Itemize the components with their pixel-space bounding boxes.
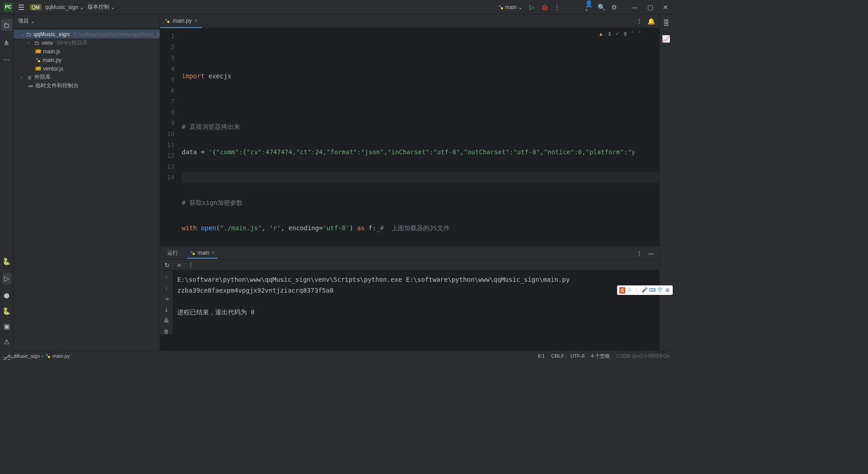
chevron-down-icon <box>518 4 523 10</box>
more-tools-icon[interactable]: ⋯ <box>3 55 10 63</box>
line-separator[interactable]: CRLF <box>551 353 564 359</box>
svg-rect-0 <box>499 5 501 7</box>
crumb-sep: › <box>42 353 43 359</box>
tab-mainpy[interactable]: main.py × <box>160 14 202 28</box>
stop-icon[interactable]: ■ <box>175 261 183 269</box>
print-icon[interactable]: 🖶 <box>164 318 169 324</box>
vcs-dropdown[interactable]: 版本控制 <box>88 3 115 11</box>
run-tab-main[interactable]: main × <box>187 248 217 259</box>
run-icon[interactable]: ▷ <box>528 4 535 11</box>
up-icon[interactable]: ↑ <box>165 274 168 280</box>
tree-item-hint: library根目录 <box>57 39 88 47</box>
line-number: 2 <box>160 42 182 52</box>
problems-icon[interactable]: ⚠ <box>4 338 9 346</box>
ime-punct-icon[interactable]: '. <box>634 287 640 293</box>
tree-venv[interactable]: › 🗀 venv library根目录 <box>14 38 160 47</box>
nav-up-icon[interactable]: ˄ <box>631 31 634 37</box>
ime-logo-icon: S <box>619 287 625 294</box>
git-icon[interactable]: ⎇ <box>3 353 10 361</box>
tree-item-label: venv <box>42 40 53 46</box>
nav-down-icon[interactable]: ˅ <box>638 31 641 37</box>
project-pane-title: 项目 <box>18 17 29 25</box>
run-config-dropdown[interactable]: main <box>498 4 523 10</box>
run-side-toolbar: ↑ ↓ ⇥ ⤓ 🖶 🗑 <box>160 270 173 335</box>
search-icon[interactable]: 🔍 <box>598 4 605 11</box>
tab-close-icon[interactable]: × <box>212 250 215 256</box>
structure-icon[interactable]: ⋔ <box>4 39 9 47</box>
settings-icon[interactable]: ⚙ <box>610 4 618 11</box>
project-tool-icon[interactable]: 🗀 <box>1 19 13 31</box>
close-icon[interactable]: ✕ <box>662 4 669 11</box>
tree-item-label: main.js <box>43 48 60 55</box>
rerun-icon[interactable]: ↻ <box>164 261 171 269</box>
tree-root-name: qqMusic_sign <box>33 31 70 38</box>
tree-root[interactable]: ⌄ 🗀 qqMusic_sign E:\software\python\www\… <box>14 30 160 38</box>
library-icon: ⫼ <box>27 74 33 81</box>
crumb-file[interactable]: main.py <box>52 353 70 359</box>
down-icon[interactable]: ↓ <box>165 285 168 291</box>
python-packages-icon[interactable]: 🐍 <box>2 257 11 265</box>
expand-arrow-icon[interactable]: › <box>21 75 25 80</box>
notifications-icon[interactable]: 🔔 <box>647 18 655 25</box>
chevron-down-icon <box>80 4 84 10</box>
ime-skin-icon[interactable]: 👕 <box>657 287 663 293</box>
database-icon[interactable]: 🗄 <box>663 19 670 27</box>
expand-arrow-icon[interactable]: › <box>28 41 33 45</box>
code-content[interactable]: import execjs # 直接浏览器拷出来 data = '{"comm"… <box>182 28 659 246</box>
ime-mic-icon[interactable]: 🎤 <box>642 287 647 293</box>
delete-icon[interactable]: 🗑 <box>164 328 169 335</box>
run-toolbar-more-icon[interactable]: ⋮ <box>187 261 194 269</box>
svg-rect-6 <box>191 251 193 253</box>
inspection-widget[interactable]: ▲3 ✓9 ˄ ˅ <box>599 31 641 37</box>
svg-rect-2 <box>36 58 38 60</box>
indent-setting[interactable]: 4 个空格 <box>591 353 610 360</box>
services-icon[interactable]: ⬢ <box>4 292 9 300</box>
line-number: 3 <box>160 52 182 63</box>
file-encoding[interactable]: UTF-8 <box>571 353 585 359</box>
project-pane-header[interactable]: 项目 <box>14 14 160 28</box>
run-panel: 运行 main × ⋮ — ↻ ■ ⋮ ↑ ↓ <box>160 246 659 351</box>
maximize-icon[interactable]: ▢ <box>646 4 654 11</box>
app-icon: PC <box>4 3 13 12</box>
line-number: 7 <box>160 96 182 107</box>
softwrap-icon[interactable]: ⇥ <box>164 296 169 302</box>
sciview-icon[interactable]: 📈 <box>662 35 670 43</box>
tree-file-mainjs[interactable]: JS main.js <box>14 47 160 56</box>
tab-close-icon[interactable]: × <box>194 18 198 24</box>
python-console-icon[interactable]: 🐍 <box>2 307 11 315</box>
ime-lang[interactable]: 英 <box>627 287 632 294</box>
panel-hide-icon[interactable]: — <box>647 250 655 257</box>
terminal-icon[interactable]: ▣ <box>4 322 10 331</box>
run-tab-label[interactable]: 运行 <box>165 247 181 259</box>
typo-count: 9 <box>624 31 627 37</box>
js-file-icon: JS <box>35 66 41 71</box>
main-menu-icon[interactable] <box>16 2 26 12</box>
caret-position[interactable]: 6:1 <box>538 353 545 359</box>
panel-more-icon[interactable]: ⋮ <box>636 250 643 257</box>
run-tool-icon[interactable]: ▷ <box>2 273 11 284</box>
expand-arrow-icon[interactable]: ⌄ <box>21 32 24 37</box>
code-editor[interactable]: 1 2 3 4 5 6 7 8 9 10 11 12 13 14 import … <box>160 28 659 246</box>
run-output[interactable]: E:\software\python\www\qqMusic_sign\venv… <box>173 270 659 335</box>
typo-icon: ✓ <box>615 31 619 37</box>
tree-file-ventorjs[interactable]: JS ventor.js <box>14 64 160 73</box>
debug-icon[interactable]: 🐞 <box>541 4 548 11</box>
scroll-end-icon[interactable]: ⤓ <box>164 307 169 313</box>
ime-toolbar[interactable]: S 英 '. 🎤 ⌨ 👕 ⊞ <box>617 285 673 295</box>
tree-file-mainpy[interactable]: main.py <box>14 56 160 64</box>
ime-toolbox-icon[interactable]: ⊞ <box>665 287 670 293</box>
code-with-me-icon[interactable]: 👤⁺ <box>585 4 592 11</box>
line-number: 13 <box>160 161 182 172</box>
svg-rect-4 <box>165 19 168 21</box>
folder-icon: 🗀 <box>34 40 40 46</box>
tree-scratches[interactable]: ≔ 临时文件和控制台 <box>14 81 160 90</box>
crumb-root[interactable]: qqMusic_sign <box>9 353 40 359</box>
line-number: 11 <box>160 139 182 150</box>
more-icon[interactable]: ⋮ <box>553 4 561 11</box>
project-dropdown[interactable]: qqMusic_sign <box>45 4 84 10</box>
ime-keyboard-icon[interactable]: ⌨ <box>649 287 655 293</box>
tab-more-icon[interactable]: ⋮ <box>636 18 643 25</box>
minimize-icon[interactable]: — <box>631 4 638 11</box>
editor-area: main.py × ⋮ 🔔 ▲3 ✓9 ˄ ˅ 1 2 3 4 5 6 7 <box>160 14 659 351</box>
tree-external-libs[interactable]: › ⫼ 外部库 <box>14 73 160 81</box>
